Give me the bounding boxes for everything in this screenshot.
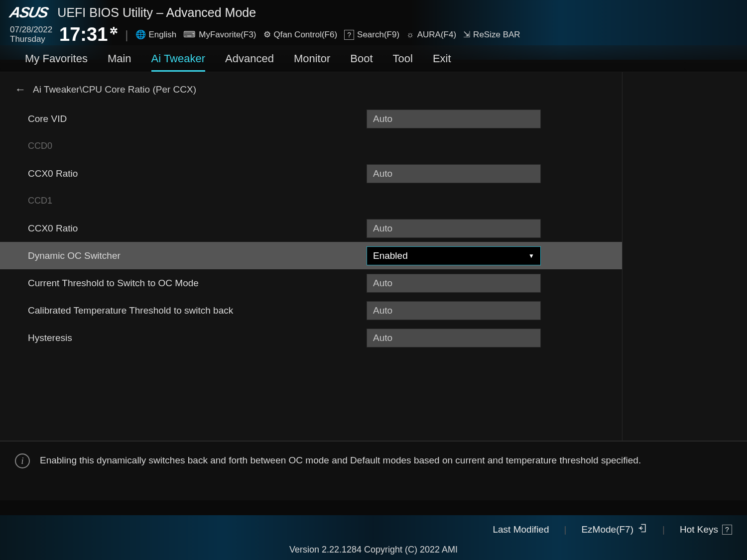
tab-exit[interactable]: Exit <box>433 52 451 72</box>
resizebar-button[interactable]: ⇲ ReSize BAR <box>463 29 520 40</box>
aura-button[interactable]: ☼ AURA(F4) <box>406 30 456 40</box>
right-panel <box>622 72 747 441</box>
value-temp-threshold[interactable]: Auto <box>367 301 541 320</box>
last-modified-button[interactable]: Last Modified <box>493 524 549 535</box>
resize-icon: ⇲ <box>463 29 470 40</box>
hotkeys-button[interactable]: Hot Keys ? <box>680 524 732 535</box>
value-ccx0-ratio-b[interactable]: Auto <box>367 219 541 238</box>
row-ccd1: CCD1 <box>0 187 622 215</box>
time-display[interactable]: 17:31✲ <box>59 24 118 45</box>
date-block: 07/28/2022 Thursday <box>10 25 52 44</box>
keyboard-icon: ⌨ <box>183 29 196 40</box>
label-core-vid: Core VID <box>28 113 367 124</box>
value-current-threshold[interactable]: Auto <box>367 274 541 293</box>
question-icon: ? <box>722 525 732 535</box>
gear-icon[interactable]: ✲ <box>110 25 118 37</box>
chevron-down-icon: ▼ <box>528 252 534 259</box>
language-selector[interactable]: 🌐 English <box>135 29 177 40</box>
tab-monitor[interactable]: Monitor <box>294 52 330 72</box>
label-dynamic-oc: Dynamic OC Switcher <box>28 250 367 261</box>
qfan-button[interactable]: ⚙ Qfan Control(F6) <box>263 29 338 40</box>
asus-logo: ASUS <box>8 4 49 21</box>
copyright-text: Version 2.22.1284 Copyright (C) 2022 AMI <box>15 545 732 555</box>
page-title: UEFI BIOS Utility – Advanced Mode <box>57 5 256 20</box>
tab-main[interactable]: Main <box>108 52 131 72</box>
row-core-vid[interactable]: Core VID Auto <box>0 105 622 132</box>
tab-advanced[interactable]: Advanced <box>225 52 274 72</box>
label-ccx0-ratio-b: CCX0 Ratio <box>28 223 367 234</box>
day-text: Thursday <box>10 35 52 44</box>
question-icon: ? <box>344 30 354 40</box>
row-current-threshold[interactable]: Current Threshold to Switch to OC Mode A… <box>0 269 622 297</box>
exit-icon <box>637 523 647 536</box>
label-current-threshold: Current Threshold to Switch to OC Mode <box>28 278 367 289</box>
back-arrow-icon[interactable]: ← <box>15 83 26 96</box>
fan-icon: ⚙ <box>263 29 271 40</box>
globe-icon: 🌐 <box>135 29 146 40</box>
tab-bar: My Favorites Main Ai Tweaker Advanced Mo… <box>0 45 747 72</box>
tab-boot[interactable]: Boot <box>350 52 373 72</box>
tab-ai-tweaker[interactable]: Ai Tweaker <box>151 52 205 72</box>
value-ccx0-ratio-a[interactable]: Auto <box>367 164 541 183</box>
help-text: Enabling this dynamically switches back … <box>40 453 641 468</box>
myfavorite-button[interactable]: ⌨ MyFavorite(F3) <box>183 29 256 40</box>
row-temp-threshold[interactable]: Calibrated Temperature Threshold to swit… <box>0 297 622 324</box>
info-icon: i <box>15 453 30 468</box>
section-ccd0: CCD0 <box>28 141 367 151</box>
settings-list: Core VID Auto CCD0 CCX0 Ratio Auto CCD1 … <box>0 105 622 351</box>
help-panel: i Enabling this dynamically switches bac… <box>0 441 747 500</box>
sun-icon: ☼ <box>406 30 414 40</box>
label-temp-threshold: Calibrated Temperature Threshold to swit… <box>28 305 367 316</box>
row-hysteresis[interactable]: Hysteresis Auto <box>0 324 622 351</box>
tab-favorites[interactable]: My Favorites <box>25 52 88 72</box>
section-ccd1: CCD1 <box>28 196 367 206</box>
value-dynamic-oc[interactable]: Enabled ▼ <box>367 246 541 265</box>
row-dynamic-oc[interactable]: Dynamic OC Switcher Enabled ▼ <box>0 242 622 269</box>
search-button[interactable]: ? Search(F9) <box>344 30 399 40</box>
label-ccx0-ratio-a: CCX0 Ratio <box>28 168 367 179</box>
breadcrumb: Ai Tweaker\CPU Core Ratio (Per CCX) <box>33 84 196 95</box>
date-text: 07/28/2022 <box>10 25 52 35</box>
label-hysteresis: Hysteresis <box>28 333 367 343</box>
row-ccd0: CCD0 <box>0 132 622 160</box>
row-ccx0-ratio-a[interactable]: CCX0 Ratio Auto <box>0 160 622 187</box>
value-hysteresis[interactable]: Auto <box>367 329 541 347</box>
ezmode-button[interactable]: EzMode(F7) <box>581 523 647 536</box>
value-core-vid[interactable]: Auto <box>367 110 541 128</box>
row-ccx0-ratio-b[interactable]: CCX0 Ratio Auto <box>0 215 622 242</box>
tab-tool[interactable]: Tool <box>393 52 413 72</box>
